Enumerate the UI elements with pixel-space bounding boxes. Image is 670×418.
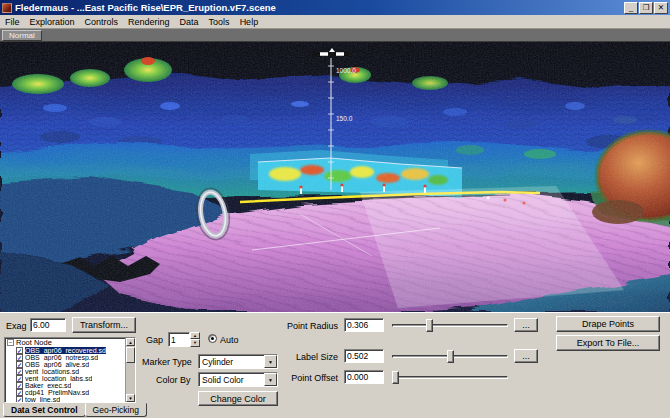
checkbox-icon[interactable]: ✓ (16, 368, 23, 375)
change-color-button[interactable]: Change Color (198, 391, 278, 406)
point-radius-slider[interactable] (392, 318, 508, 333)
bathymetry-scene: 1000.0 150.0 (0, 42, 670, 312)
point-radius-more-button[interactable]: ... (514, 318, 538, 332)
tree-item[interactable]: ✓ vent_location_labs.sd (5, 375, 135, 382)
slider-thumb[interactable] (447, 350, 454, 363)
label-size-input[interactable] (344, 349, 384, 363)
exag-label: Exag (6, 321, 27, 331)
spin-down-icon[interactable]: ▼ (190, 339, 200, 347)
menu-exploration[interactable]: Exploration (25, 17, 80, 27)
tree-item[interactable]: ✓ tow_line.sd (5, 396, 135, 403)
panel-tabs: Data Set Control Geo-Picking (3, 403, 146, 417)
scroll-up-icon[interactable]: ▲ (126, 338, 135, 346)
window-title: Fledermaus - ...East Pacific Rise\EPR_Er… (15, 2, 621, 13)
drape-points-button[interactable]: Drape Points (556, 316, 660, 332)
texture-grain (0, 42, 670, 312)
export-to-file-button[interactable]: Export To File... (556, 335, 660, 351)
point-radius-label: Point Radius (284, 321, 338, 331)
menu-help[interactable]: Help (235, 17, 264, 27)
exag-input[interactable] (30, 318, 66, 332)
slider-thumb[interactable] (426, 319, 433, 332)
tab-data-set-control[interactable]: Data Set Control (3, 403, 86, 417)
gap-input[interactable] (168, 332, 190, 347)
render-mode-button[interactable]: Normal (2, 30, 42, 41)
tree-item[interactable]: ✓ OBS_apr06_recovered.sd (5, 347, 135, 354)
scroll-down-icon[interactable]: ▼ (126, 394, 135, 402)
checkbox-icon[interactable]: ✓ (16, 396, 23, 403)
chevron-down-icon[interactable]: ▼ (264, 355, 277, 368)
marker-type-label: Marker Type (142, 357, 192, 367)
tree-scrollbar[interactable]: ▲ ▼ (125, 338, 135, 402)
label-size-more-button[interactable]: ... (514, 349, 538, 363)
checkbox-icon[interactable]: ✓ (16, 375, 23, 382)
point-offset-slider[interactable] (392, 370, 508, 385)
dataset-tree[interactable]: − Root Node ✓ OBS_apr06_recovered.sd ✓ O… (4, 337, 136, 403)
point-radius-input[interactable] (344, 318, 384, 332)
checkbox-icon[interactable]: ✓ (16, 354, 23, 361)
tree-item[interactable]: ✓ OBS_apr06_notresp.sd (5, 354, 135, 361)
slider-track (392, 376, 508, 379)
tree-item[interactable]: ✓ vent_locations.sd (5, 368, 135, 375)
checkbox-icon[interactable]: ✓ (16, 347, 23, 354)
point-offset-label: Point Offset (284, 373, 338, 383)
app-icon (2, 3, 12, 13)
checkbox-icon[interactable]: ✓ (16, 382, 23, 389)
spin-up-icon[interactable]: ▲ (190, 332, 200, 339)
app-window: Fledermaus - ...East Pacific Rise\EPR_Er… (0, 0, 670, 418)
checkbox-icon[interactable]: ✓ (16, 361, 23, 368)
color-by-select[interactable]: Solid Color ▼ (198, 372, 278, 387)
gap-spinner[interactable]: ▲ ▼ (168, 332, 200, 347)
menu-bar: File Exploration Controls Rendering Data… (0, 15, 670, 29)
viewport-3d[interactable]: 1000.0 150.0 (0, 42, 670, 312)
menu-rendering[interactable]: Rendering (123, 17, 175, 27)
menu-file[interactable]: File (0, 17, 25, 27)
toolbar: Normal (0, 29, 670, 42)
color-by-label: Color By (156, 375, 191, 385)
scrollbar-thumb[interactable] (126, 347, 135, 363)
collapse-icon[interactable]: − (7, 339, 14, 346)
slider-track (392, 324, 508, 327)
close-button[interactable]: ✕ (654, 2, 668, 14)
window-controls: _ ❐ ✕ (624, 2, 668, 14)
chevron-down-icon[interactable]: ▼ (264, 373, 277, 386)
menu-data[interactable]: Data (175, 17, 204, 27)
minimize-button[interactable]: _ (624, 2, 638, 14)
marker-type-value: Cylinder (199, 357, 264, 367)
tree-item[interactable]: ✓ cdp41_PrelimNav.sd (5, 389, 135, 396)
tree-root-row[interactable]: − Root Node (5, 338, 135, 347)
gap-label: Gap (146, 335, 163, 345)
tree-item[interactable]: ✓ Baker_exec.sd (5, 382, 135, 389)
color-by-value: Solid Color (199, 375, 264, 385)
tree-item[interactable]: ✓ OBS_apr06_alive.sd (5, 361, 135, 368)
point-offset-input[interactable] (344, 370, 384, 384)
tab-geo-picking[interactable]: Geo-Picking (85, 403, 147, 417)
tree-root-label: Root Node (16, 338, 52, 347)
menu-tools[interactable]: Tools (204, 17, 235, 27)
menu-controls[interactable]: Controls (80, 17, 124, 27)
auto-label: Auto (220, 335, 239, 345)
auto-radio[interactable] (208, 334, 217, 343)
transform-button[interactable]: Transform... (72, 317, 136, 333)
label-size-label: Label Size (284, 352, 338, 362)
maximize-button[interactable]: ❐ (639, 2, 653, 14)
control-panel: Exag Transform... − Root Node ✓ OBS_apr0… (0, 312, 670, 418)
marker-type-select[interactable]: Cylinder ▼ (198, 354, 278, 369)
label-size-slider[interactable] (392, 349, 508, 364)
checkbox-icon[interactable]: ✓ (16, 389, 23, 396)
titlebar[interactable]: Fledermaus - ...East Pacific Rise\EPR_Er… (0, 0, 670, 15)
slider-thumb[interactable] (392, 371, 399, 384)
